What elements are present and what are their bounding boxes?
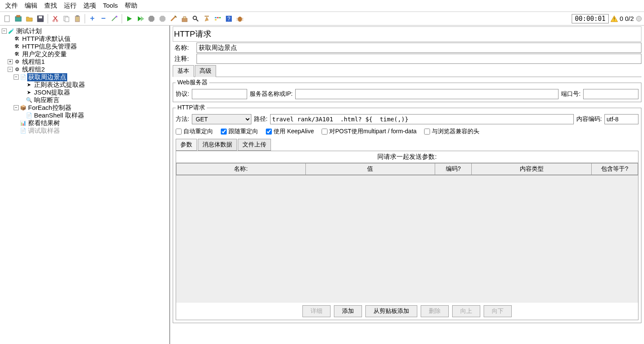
- templates-icon[interactable]: [13, 14, 23, 24]
- tree-root[interactable]: 测试计划: [15, 27, 43, 35]
- toggle-icon[interactable]: [109, 14, 120, 24]
- tab-basic[interactable]: 基本: [173, 65, 194, 77]
- svg-point-11: [116, 16, 117, 17]
- svg-rect-4: [39, 16, 42, 18]
- tree-collapse-icon[interactable]: −: [8, 67, 13, 72]
- search-icon[interactable]: [191, 14, 201, 24]
- auto-redirect-checkbox[interactable]: [176, 129, 182, 135]
- reset-search-icon[interactable]: [202, 14, 212, 24]
- new-icon[interactable]: [2, 14, 12, 24]
- delete-button[interactable]: 删除: [421, 305, 449, 317]
- tree-collapse-icon[interactable]: −: [14, 105, 19, 110]
- http-request-fieldset: HTTP请求 方法: GET 路径: 内容编码: 自动重定向 跟随重定向 使用 …: [173, 104, 641, 323]
- col-encode: 编码?: [435, 163, 472, 175]
- test-plan-tree[interactable]: −🧪测试计划 🛠HTTP请求默认值 🛠HTTP信息头管理器 🛠用户定义的变量 +…: [0, 26, 170, 344]
- params-button-row: 详细 添加 从剪贴板添加 删除 向上 向下: [176, 303, 638, 320]
- tree-thread-group-1[interactable]: 线程组1: [21, 58, 46, 66]
- path-input[interactable]: [270, 114, 574, 124]
- tree-assertion[interactable]: 响应断言: [33, 96, 60, 104]
- tree-expand-icon[interactable]: +: [8, 59, 13, 64]
- up-button[interactable]: 向上: [452, 305, 480, 317]
- svg-rect-14: [182, 18, 187, 22]
- svg-rect-9: [75, 16, 80, 22]
- keepalive-checkbox[interactable]: [266, 129, 272, 135]
- params-table[interactable]: 名称: 值 编码? 内容类型 包含等于?: [176, 163, 638, 175]
- menu-file[interactable]: 文件: [2, 1, 21, 11]
- menu-help[interactable]: 帮助: [121, 1, 141, 11]
- gear-icon: ⚙: [14, 58, 20, 65]
- server-input[interactable]: [295, 89, 559, 99]
- down-button[interactable]: 向下: [484, 305, 512, 317]
- tree-user-vars[interactable]: 用户定义的变量: [21, 50, 68, 58]
- col-include-equals: 包含等于?: [592, 163, 638, 175]
- tree-beanshell[interactable]: BeanShell 取样器: [33, 112, 85, 120]
- browser-compat-checkbox[interactable]: [424, 129, 430, 135]
- encoding-input[interactable]: [604, 114, 638, 124]
- port-label: 端口号:: [561, 90, 581, 98]
- encoding-label: 内容编码:: [576, 115, 602, 123]
- tree-thread-group-2[interactable]: 线程组2: [21, 66, 46, 74]
- function-icon[interactable]: [213, 14, 223, 24]
- tree-json-extractor[interactable]: JSON提取器: [33, 89, 71, 97]
- copy-icon[interactable]: [61, 14, 71, 24]
- multipart-checkbox[interactable]: [322, 129, 328, 135]
- params-panel: 同请求一起发送参数: 名称: 值 编码? 内容类型 包含等于? 详细 添加 从剪…: [176, 151, 638, 320]
- start-no-pause-icon[interactable]: [135, 14, 145, 24]
- tab-file-upload[interactable]: 文件上传: [238, 139, 271, 151]
- tab-params[interactable]: 参数: [176, 139, 197, 151]
- menu-search[interactable]: 查找: [41, 1, 60, 11]
- tree-results-tree[interactable]: 察看结果树: [27, 119, 61, 127]
- follow-redirect-checkbox[interactable]: [221, 129, 227, 135]
- save-icon[interactable]: [35, 14, 46, 24]
- col-value: 值: [305, 163, 435, 175]
- stop-icon[interactable]: [146, 14, 157, 24]
- svg-rect-1: [15, 17, 21, 21]
- menu-run[interactable]: 运行: [60, 1, 80, 11]
- tree-collapse-icon[interactable]: −: [2, 29, 7, 34]
- menu-edit[interactable]: 编辑: [21, 1, 41, 11]
- port-input[interactable]: [583, 89, 638, 99]
- wrench-icon: 🛠: [14, 51, 20, 57]
- cut-icon[interactable]: [50, 14, 60, 24]
- extractor-icon: ➤: [26, 81, 32, 88]
- wrench-icon: 🛠: [14, 35, 20, 42]
- tree-header-manager[interactable]: HTTP信息头管理器: [21, 43, 78, 51]
- warning-icon[interactable]: !: [610, 15, 618, 23]
- wrench-icon: 🛠: [14, 43, 20, 50]
- sampler-icon: 📄: [26, 112, 32, 119]
- tree-http-defaults[interactable]: HTTP请求默认值: [21, 35, 71, 43]
- tab-advanced[interactable]: 高级: [195, 65, 216, 77]
- add-from-clipboard-button[interactable]: 从剪贴板添加: [365, 305, 417, 317]
- menu-tools[interactable]: Tools: [100, 1, 121, 11]
- tree-debug-sampler[interactable]: 调试取样器: [27, 127, 61, 135]
- method-select[interactable]: GET: [192, 114, 251, 124]
- keepalive-label: 使用 KeepAlive: [274, 128, 314, 135]
- detail-button[interactable]: 详细: [302, 305, 331, 317]
- web-server-fieldset: Web服务器 协议: 服务器名称或IP: 端口号:: [173, 79, 641, 102]
- help-icon[interactable]: ?: [224, 14, 234, 24]
- tree-selected-sampler[interactable]: 获取周边景点: [27, 73, 67, 81]
- tree-foreach[interactable]: ForEach控制器: [27, 104, 72, 112]
- expand-icon[interactable]: +: [87, 14, 97, 24]
- protocol-input[interactable]: [192, 89, 247, 99]
- clear-all-icon[interactable]: [180, 14, 190, 24]
- tree-regex-extractor[interactable]: 正则表达式提取器: [33, 81, 86, 89]
- menu-options[interactable]: 选项: [80, 1, 100, 11]
- name-input[interactable]: [197, 43, 641, 53]
- assertion-icon: 🔍: [26, 97, 32, 103]
- params-empty-body[interactable]: [176, 175, 638, 303]
- clear-icon[interactable]: [168, 14, 179, 24]
- tab-body-data[interactable]: 消息体数据: [198, 139, 237, 151]
- comment-label: 注释:: [173, 54, 197, 64]
- add-button[interactable]: 添加: [334, 305, 362, 317]
- bug-icon[interactable]: [235, 14, 245, 24]
- tree-collapse-icon[interactable]: −: [14, 75, 19, 80]
- comment-input[interactable]: [197, 54, 641, 64]
- collapse-icon[interactable]: −: [98, 14, 108, 24]
- open-icon[interactable]: [24, 14, 34, 24]
- shutdown-icon[interactable]: [157, 14, 168, 24]
- svg-rect-17: [215, 17, 217, 18]
- start-icon[interactable]: [124, 14, 134, 24]
- paste-icon[interactable]: [72, 14, 83, 24]
- main-area: −🧪测试计划 🛠HTTP请求默认值 🛠HTTP信息头管理器 🛠用户定义的变量 +…: [0, 26, 644, 344]
